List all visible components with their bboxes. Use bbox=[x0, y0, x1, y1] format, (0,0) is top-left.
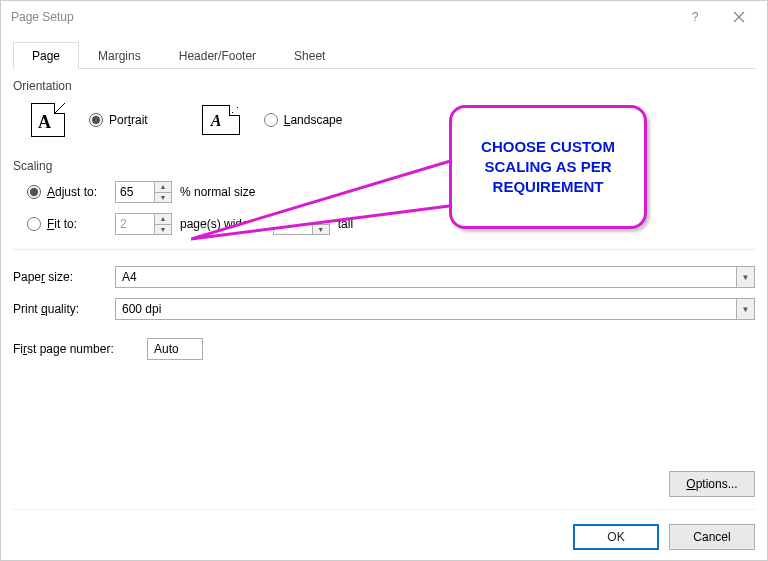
fit-wide-spin-buttons[interactable]: ▲▼ bbox=[154, 214, 171, 234]
tabstrip: Page Margins Header/Footer Sheet bbox=[13, 41, 755, 69]
radio-portrait-label: Portrait bbox=[109, 113, 148, 127]
dialog-footer: Options... OK Cancel bbox=[13, 463, 755, 550]
spin-down-icon[interactable]: ▼ bbox=[313, 225, 329, 235]
fit-tall-spin-buttons[interactable]: ▲▼ bbox=[312, 214, 329, 234]
first-page-number-input[interactable] bbox=[147, 338, 203, 360]
orientation-label: Orientation bbox=[13, 79, 755, 93]
portrait-icon: A bbox=[31, 103, 65, 137]
spin-up-icon[interactable]: ▲ bbox=[313, 214, 329, 225]
titlebar: Page Setup ? bbox=[1, 1, 767, 33]
radio-adjust-to[interactable]: Adjust to: bbox=[27, 185, 107, 199]
radio-landscape-input[interactable] bbox=[264, 113, 278, 127]
print-quality-combo[interactable]: 600 dpi ▼ bbox=[115, 298, 755, 320]
radio-landscape[interactable]: Landscape bbox=[264, 113, 343, 127]
spin-down-icon[interactable]: ▼ bbox=[155, 225, 171, 235]
cancel-button[interactable]: Cancel bbox=[669, 524, 755, 550]
spin-up-icon[interactable]: ▲ bbox=[155, 182, 171, 193]
chevron-down-icon[interactable]: ▼ bbox=[736, 267, 754, 287]
landscape-icon: A bbox=[202, 105, 240, 135]
dialog-body: Page Margins Header/Footer Sheet Orienta… bbox=[1, 33, 767, 560]
help-button[interactable]: ? bbox=[673, 3, 717, 31]
page-setup-dialog: Page Setup ? Page Margins Header/Footer … bbox=[0, 0, 768, 561]
fit-suffix: tall bbox=[338, 217, 353, 231]
annotation-callout: CHOOSE CUSTOM SCALING AS PER REQUIREMENT bbox=[449, 105, 647, 229]
radio-portrait-input[interactable] bbox=[89, 113, 103, 127]
page-options: Paper size: A4 ▼ Print quality: 600 dpi … bbox=[13, 266, 755, 360]
paper-size-row: Paper size: A4 ▼ bbox=[13, 266, 755, 288]
fit-tall-spinner[interactable]: ▲▼ bbox=[273, 213, 330, 235]
options-button[interactable]: Options... bbox=[669, 471, 755, 497]
close-icon bbox=[733, 11, 745, 23]
tab-page[interactable]: Page bbox=[13, 42, 79, 69]
print-quality-label: Print quality: bbox=[13, 302, 107, 316]
close-button[interactable] bbox=[717, 3, 761, 31]
first-page-number-label: First page number: bbox=[13, 342, 139, 356]
adjust-value-spinner[interactable]: ▲▼ bbox=[115, 181, 172, 203]
paper-size-label: Paper size: bbox=[13, 270, 107, 284]
fit-wide-spinner[interactable]: ▲▼ bbox=[115, 213, 172, 235]
adjust-suffix: % normal size bbox=[180, 185, 255, 199]
adjust-value-input[interactable] bbox=[116, 182, 154, 202]
radio-landscape-label: Landscape bbox=[284, 113, 343, 127]
window-title: Page Setup bbox=[11, 10, 673, 24]
radio-fit-to[interactable]: Fit to: bbox=[27, 217, 107, 231]
radio-fit-to-label: Fit to: bbox=[47, 217, 77, 231]
radio-fit-to-input[interactable] bbox=[27, 217, 41, 231]
tab-header-footer[interactable]: Header/Footer bbox=[160, 42, 275, 69]
paper-size-value: A4 bbox=[116, 267, 736, 287]
print-quality-row: Print quality: 600 dpi ▼ bbox=[13, 298, 755, 320]
chevron-down-icon[interactable]: ▼ bbox=[736, 299, 754, 319]
tab-sheet[interactable]: Sheet bbox=[275, 42, 344, 69]
spin-down-icon[interactable]: ▼ bbox=[155, 193, 171, 203]
spin-up-icon[interactable]: ▲ bbox=[155, 214, 171, 225]
radio-adjust-to-input[interactable] bbox=[27, 185, 41, 199]
radio-adjust-to-label: Adjust to: bbox=[47, 185, 97, 199]
tab-margins[interactable]: Margins bbox=[79, 42, 160, 69]
ok-button[interactable]: OK bbox=[573, 524, 659, 550]
fit-tall-input[interactable] bbox=[274, 214, 312, 234]
paper-size-combo[interactable]: A4 ▼ bbox=[115, 266, 755, 288]
print-quality-value: 600 dpi bbox=[116, 299, 736, 319]
fit-mid-label: page(s) wide by bbox=[180, 217, 265, 231]
adjust-spin-buttons[interactable]: ▲▼ bbox=[154, 182, 171, 202]
radio-portrait[interactable]: Portrait bbox=[89, 113, 148, 127]
fit-wide-input[interactable] bbox=[116, 214, 154, 234]
first-page-number-row: First page number: bbox=[13, 338, 755, 360]
